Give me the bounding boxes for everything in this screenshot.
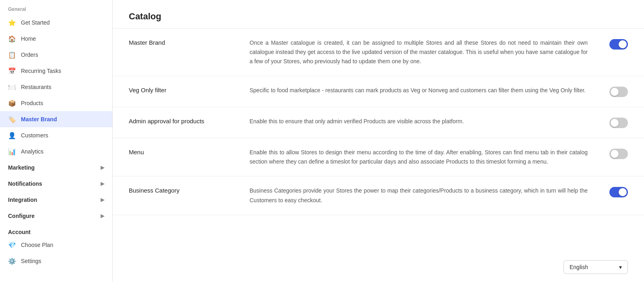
account-section-label: Account — [0, 224, 112, 237]
page-title: Catalog — [113, 0, 644, 29]
recurring-tasks-icon: 📅 — [8, 67, 16, 75]
sidebar-item-label-get-started: Get Started — [21, 19, 50, 26]
toggle-menu[interactable] — [609, 149, 628, 159]
catalog-row-name-admin-approval: Admin approval for products — [129, 117, 233, 124]
sidebar-item-home[interactable]: 🏠 Home — [0, 31, 112, 47]
catalog-row-name-menu: Menu — [129, 148, 233, 156]
sidebar-group-configure[interactable]: Configure ▶ — [0, 208, 112, 224]
products-icon: 📦 — [8, 99, 16, 107]
catalog-row-name-master-brand: Master Brand — [129, 38, 233, 46]
sidebar-group-notifications[interactable]: Notifications ▶ — [0, 176, 112, 192]
sidebar-item-choose-plan[interactable]: 💎 Choose Plan — [0, 237, 112, 253]
toggle-track-veg-only-filter — [609, 87, 628, 97]
chevron-right-icon: ▶ — [101, 213, 104, 219]
toggle-knob-master-brand — [619, 40, 627, 48]
sidebar-groups: Marketing ▶ Notifications ▶ Integration … — [0, 160, 112, 224]
sidebar-item-label-master-brand: Master Brand — [21, 116, 57, 122]
sidebar-item-analytics[interactable]: 📊 Analytics — [0, 143, 112, 160]
sidebar: General ⭐ Get Started 🏠 Home 📋 Orders 📅 … — [0, 0, 113, 282]
catalog-row-desc-business-category: Business Categories provide your Stores … — [250, 186, 588, 205]
toggle-master-brand[interactable] — [609, 39, 628, 50]
sidebar-item-orders[interactable]: 📋 Orders — [0, 47, 112, 63]
sidebar-item-get-started[interactable]: ⭐ Get Started — [0, 15, 112, 31]
sidebar-group-integration[interactable]: Integration ▶ — [0, 192, 112, 208]
catalog-row-toggle-admin-approval[interactable] — [604, 117, 628, 128]
toggle-track-menu — [609, 149, 628, 159]
chevron-right-icon: ▶ — [101, 165, 104, 170]
sidebar-item-label-home: Home — [21, 35, 36, 42]
sidebar-item-products[interactable]: 📦 Products — [0, 95, 112, 111]
settings-icon: ⚙️ — [8, 257, 16, 265]
language-label: English — [570, 264, 588, 270]
sidebar-item-settings[interactable]: ⚙️ Settings — [0, 253, 112, 269]
catalog-row-desc-veg-only-filter: Specific to food marketplace - restauran… — [250, 86, 588, 95]
catalog-row-name-veg-only-filter: Veg Only filter — [129, 86, 233, 93]
catalog-row-business-category: Business Category Business Categories pr… — [113, 176, 644, 215]
toggle-knob-business-category — [619, 188, 627, 196]
catalog-row-menu: Menu Enable this to allow Stores to desi… — [113, 138, 644, 176]
sidebar-item-label-products: Products — [21, 100, 43, 106]
sidebar-item-label-analytics: Analytics — [21, 148, 43, 155]
main-content: Catalog Master Brand Once a Master catal… — [113, 0, 644, 282]
sidebar-item-label-customers: Customers — [21, 132, 48, 139]
catalog-row-desc-admin-approval: Enable this to ensure that only admin ve… — [250, 117, 588, 126]
sidebar-item-label-settings: Settings — [21, 258, 41, 264]
sidebar-item-label-choose-plan: Choose Plan — [21, 242, 53, 248]
toggle-veg-only-filter[interactable] — [609, 87, 628, 97]
choose-plan-icon: 💎 — [8, 241, 16, 249]
orders-icon: 📋 — [8, 51, 16, 59]
sidebar-group-label-notifications: Notifications — [8, 180, 42, 187]
sidebar-item-customers[interactable]: 👤 Customers — [0, 127, 112, 143]
analytics-icon: 📊 — [8, 147, 16, 156]
catalog-row-master-brand: Master Brand Once a Master catalogue is … — [113, 29, 644, 76]
sidebar-item-label-recurring-tasks: Recurring Tasks — [21, 68, 61, 74]
catalog-row-toggle-business-category[interactable] — [604, 186, 628, 197]
toggle-knob-veg-only-filter — [611, 88, 619, 96]
sidebar-items: ⭐ Get Started 🏠 Home 📋 Orders 📅 Recurrin… — [0, 15, 112, 160]
master-brand-icon: 🏷️ — [8, 115, 16, 123]
sidebar-account-items: 💎 Choose Plan ⚙️ Settings — [0, 237, 112, 269]
restaurants-icon: 🍽️ — [8, 83, 16, 91]
toggle-admin-approval[interactable] — [609, 118, 628, 128]
sidebar-group-label-integration: Integration — [8, 197, 37, 203]
sidebar-item-master-brand[interactable]: 🏷️ Master Brand — [0, 111, 112, 127]
catalog-row-toggle-veg-only-filter[interactable] — [604, 86, 628, 97]
catalog-row-toggle-menu[interactable] — [604, 148, 628, 159]
general-section-label: General — [0, 0, 112, 15]
sidebar-group-label-configure: Configure — [8, 213, 35, 219]
chevron-right-icon: ▶ — [101, 181, 104, 187]
catalog-row-desc-master-brand: Once a Master catalogue is created, it c… — [250, 38, 588, 66]
language-selector-container: English ▾ — [564, 260, 628, 274]
toggle-knob-admin-approval — [611, 119, 619, 127]
catalog-table: Master Brand Once a Master catalogue is … — [113, 29, 644, 215]
chevron-right-icon: ▶ — [101, 197, 104, 203]
toggle-business-category[interactable] — [609, 187, 628, 197]
catalog-row-toggle-master-brand[interactable] — [604, 38, 628, 50]
toggle-track-admin-approval — [609, 118, 628, 128]
sidebar-item-label-restaurants: Restaurants — [21, 84, 51, 90]
sidebar-item-restaurants[interactable]: 🍽️ Restaurants — [0, 79, 112, 95]
toggle-knob-menu — [611, 150, 619, 158]
toggle-track-master-brand — [609, 39, 628, 50]
toggle-track-business-category — [609, 187, 628, 197]
sidebar-item-label-orders: Orders — [21, 52, 38, 58]
sidebar-group-label-marketing: Marketing — [8, 164, 35, 171]
chevron-down-icon: ▾ — [619, 264, 622, 270]
catalog-row-name-business-category: Business Category — [129, 186, 233, 194]
catalog-row-admin-approval: Admin approval for products Enable this … — [113, 107, 644, 138]
customers-icon: 👤 — [8, 131, 16, 139]
home-icon: 🏠 — [8, 35, 16, 43]
catalog-row-veg-only-filter: Veg Only filter Specific to food marketp… — [113, 76, 644, 107]
sidebar-group-marketing[interactable]: Marketing ▶ — [0, 160, 112, 176]
catalog-row-desc-menu: Enable this to allow Stores to design th… — [250, 148, 588, 166]
get-started-icon: ⭐ — [8, 19, 16, 27]
sidebar-item-recurring-tasks[interactable]: 📅 Recurring Tasks — [0, 63, 112, 79]
language-selector[interactable]: English ▾ — [564, 260, 628, 274]
